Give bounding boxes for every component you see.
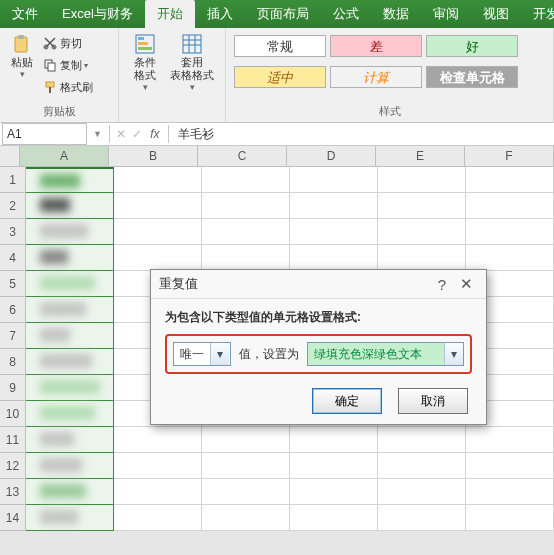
cell[interactable]	[202, 245, 290, 271]
row-header[interactable]: 13	[0, 479, 26, 505]
cell[interactable]	[114, 245, 202, 271]
cell[interactable]	[290, 219, 378, 245]
cell[interactable]	[378, 245, 466, 271]
cell[interactable]	[26, 349, 114, 375]
tab-developer[interactable]: 开发	[521, 0, 554, 28]
tab-custom[interactable]: Excel与财务	[50, 0, 145, 28]
cell[interactable]	[378, 219, 466, 245]
tab-page-layout[interactable]: 页面布局	[245, 0, 321, 28]
row-header[interactable]: 2	[0, 193, 26, 219]
style-neutral[interactable]: 适中	[234, 66, 326, 88]
cell[interactable]	[26, 245, 114, 271]
cell[interactable]	[114, 453, 202, 479]
value-type-combo[interactable]: 唯一 ▾	[173, 342, 231, 366]
cell[interactable]	[378, 479, 466, 505]
conditional-format-button[interactable]: 条件格式 ▾	[126, 32, 164, 94]
col-header[interactable]: D	[287, 146, 376, 166]
cell[interactable]	[26, 505, 114, 531]
copy-button[interactable]: 复制▾	[40, 55, 96, 75]
cell[interactable]	[26, 193, 114, 219]
style-normal[interactable]: 常规	[234, 35, 326, 57]
tab-insert[interactable]: 插入	[195, 0, 245, 28]
cell[interactable]	[26, 401, 114, 427]
row-header[interactable]: 4	[0, 245, 26, 271]
cell[interactable]	[466, 427, 554, 453]
fx-icon[interactable]: fx	[145, 127, 165, 141]
row-header[interactable]: 11	[0, 427, 26, 453]
cell[interactable]	[466, 505, 554, 531]
cell[interactable]	[26, 271, 114, 297]
cell[interactable]	[26, 375, 114, 401]
style-check-cell[interactable]: 检查单元格	[426, 66, 518, 88]
close-icon[interactable]: ✕	[454, 275, 478, 293]
tab-review[interactable]: 审阅	[421, 0, 471, 28]
format-painter-button[interactable]: 格式刷	[40, 77, 96, 97]
cell[interactable]	[290, 479, 378, 505]
cell[interactable]	[290, 193, 378, 219]
cell[interactable]	[290, 167, 378, 193]
col-header[interactable]: B	[109, 146, 198, 166]
row-header[interactable]: 8	[0, 349, 26, 375]
row-header[interactable]: 12	[0, 453, 26, 479]
col-header[interactable]: C	[198, 146, 287, 166]
cell[interactable]	[114, 219, 202, 245]
cell[interactable]	[26, 427, 114, 453]
style-bad[interactable]: 差	[330, 35, 422, 57]
cell[interactable]	[466, 193, 554, 219]
row-header[interactable]: 5	[0, 271, 26, 297]
row-header[interactable]: 3	[0, 219, 26, 245]
cell[interactable]	[290, 245, 378, 271]
cell[interactable]	[202, 219, 290, 245]
col-header[interactable]: E	[376, 146, 465, 166]
cell[interactable]	[26, 479, 114, 505]
ok-button[interactable]: 确定	[312, 388, 382, 414]
cell[interactable]	[26, 453, 114, 479]
cell[interactable]	[114, 193, 202, 219]
tab-file[interactable]: 文件	[0, 0, 50, 28]
tab-home[interactable]: 开始	[145, 0, 195, 28]
cell[interactable]	[202, 193, 290, 219]
name-box-dropdown[interactable]: ▼	[89, 129, 106, 139]
style-calculation[interactable]: 计算	[330, 66, 422, 88]
cell[interactable]	[378, 167, 466, 193]
cancel-button[interactable]: 取消	[398, 388, 468, 414]
cell[interactable]	[26, 219, 114, 245]
cell[interactable]	[202, 505, 290, 531]
paste-button[interactable]: 粘贴 ▾	[7, 32, 37, 81]
cell[interactable]	[26, 167, 114, 193]
row-header[interactable]: 7	[0, 323, 26, 349]
row-header[interactable]: 6	[0, 297, 26, 323]
cell[interactable]	[202, 427, 290, 453]
cell[interactable]	[378, 505, 466, 531]
cell[interactable]	[378, 193, 466, 219]
cell[interactable]	[466, 479, 554, 505]
cell[interactable]	[466, 219, 554, 245]
row-header[interactable]: 9	[0, 375, 26, 401]
cell[interactable]	[290, 505, 378, 531]
formula-input[interactable]: 羊毛衫	[172, 126, 554, 143]
cell[interactable]	[466, 453, 554, 479]
name-box[interactable]: A1	[2, 123, 87, 145]
tab-data[interactable]: 数据	[371, 0, 421, 28]
cell[interactable]	[202, 453, 290, 479]
col-header[interactable]: F	[465, 146, 554, 166]
cell[interactable]	[26, 323, 114, 349]
col-header[interactable]: A	[20, 146, 109, 166]
cell[interactable]	[466, 167, 554, 193]
select-all-corner[interactable]	[0, 146, 20, 166]
tab-formulas[interactable]: 公式	[321, 0, 371, 28]
cell[interactable]	[466, 245, 554, 271]
row-header[interactable]: 1	[0, 167, 26, 193]
cell[interactable]	[26, 297, 114, 323]
cell[interactable]	[114, 167, 202, 193]
style-good[interactable]: 好	[426, 35, 518, 57]
cell[interactable]	[378, 453, 466, 479]
tab-view[interactable]: 视图	[471, 0, 521, 28]
cell[interactable]	[202, 167, 290, 193]
format-combo[interactable]: 绿填充色深绿色文本 ▾	[307, 342, 464, 366]
cell[interactable]	[202, 479, 290, 505]
cell[interactable]	[114, 479, 202, 505]
cell[interactable]	[290, 453, 378, 479]
cell[interactable]	[114, 427, 202, 453]
help-icon[interactable]: ?	[430, 276, 454, 293]
